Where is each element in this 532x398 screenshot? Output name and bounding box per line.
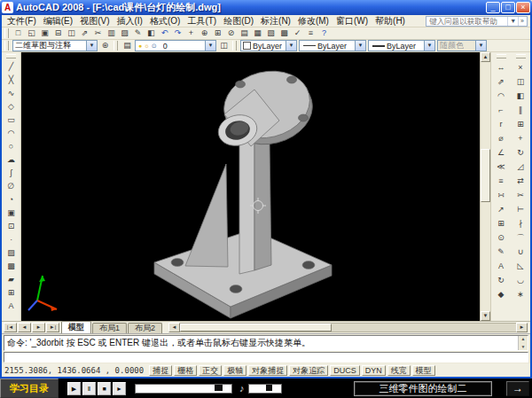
maximize-button[interactable]: □ bbox=[501, 2, 515, 13]
next-section-button[interactable]: → bbox=[506, 381, 529, 396]
tolerance-icon-button[interactable]: ⊞ bbox=[494, 216, 509, 230]
combo-arrow-icon[interactable]: ▼ bbox=[424, 41, 434, 51]
hscroll-right-button[interactable]: ► bbox=[516, 323, 528, 332]
stretch-icon-button[interactable]: ⇄ bbox=[513, 174, 528, 188]
help-search-dropdown-icon[interactable]: ▼ bbox=[507, 17, 518, 26]
combo-arrow-icon[interactable]: ▼ bbox=[86, 41, 97, 51]
erase-icon-button[interactable]: × bbox=[513, 60, 528, 74]
volume-slider[interactable] bbox=[248, 384, 282, 394]
fillet-icon-button[interactable]: ◡ bbox=[513, 273, 528, 287]
point-icon-button[interactable]: ∙ bbox=[4, 233, 19, 246]
dim-baseline-icon-button[interactable]: ≡ bbox=[494, 174, 509, 188]
snap-toggle[interactable]: 捕捉 bbox=[149, 365, 172, 376]
ducs-toggle[interactable]: DUCS bbox=[330, 365, 360, 376]
menu-insert[interactable]: 插入(I) bbox=[113, 15, 145, 27]
vscroll-down-button[interactable]: ▼ bbox=[481, 311, 490, 321]
rotate-icon-button[interactable]: ↻ bbox=[513, 145, 528, 160]
make-block-icon-button[interactable]: ⊡ bbox=[4, 220, 19, 233]
menu-view[interactable]: 视图(V) bbox=[76, 15, 113, 27]
lineweight-combo[interactable]: ByLayer ▼ bbox=[368, 40, 435, 51]
table-icon-button[interactable]: ⊞ bbox=[4, 286, 19, 300]
toolbar-grip[interactable] bbox=[497, 54, 506, 59]
menu-file[interactable]: 文件(F) bbox=[4, 15, 40, 27]
open-icon-button[interactable]: ◱ bbox=[25, 27, 38, 39]
ellipse-arc-icon-button[interactable]: ◔ bbox=[4, 193, 19, 207]
move-icon-button[interactable]: + bbox=[513, 131, 528, 145]
designcenter-icon-button[interactable]: ▦ bbox=[251, 27, 264, 39]
canvas-hscrollbar[interactable]: ◄ ► bbox=[168, 323, 528, 332]
dyn-toggle[interactable]: DYN bbox=[362, 365, 386, 376]
line-icon-button[interactable]: ╱ bbox=[4, 60, 19, 74]
vscroll-track[interactable] bbox=[481, 62, 490, 311]
scale-icon-button[interactable]: ◿ bbox=[513, 160, 528, 174]
menu-dimension[interactable]: 标注(N) bbox=[257, 15, 294, 27]
offset-icon-button[interactable]: ∥ bbox=[513, 103, 528, 117]
hscroll-thumb[interactable] bbox=[180, 324, 332, 332]
toolbar-grip[interactable] bbox=[4, 41, 9, 51]
undo-icon-button[interactable]: ↶ bbox=[158, 27, 171, 39]
tab-nav-prev-button[interactable]: ◄ bbox=[18, 323, 31, 332]
hscroll-track[interactable] bbox=[180, 323, 516, 332]
dim-style-icon-button[interactable]: ◆ bbox=[494, 287, 509, 301]
arc-icon-button[interactable]: ◠ bbox=[4, 127, 19, 140]
drawing-canvas[interactable] bbox=[21, 52, 480, 321]
layer-combo[interactable]: ●☼⊙■ 0 ▼ bbox=[135, 40, 216, 51]
toolbar-grip[interactable] bbox=[4, 28, 9, 38]
pause-button[interactable]: Ⅱ bbox=[82, 382, 96, 395]
hscroll-left-button[interactable]: ◄ bbox=[168, 323, 180, 332]
multileader-icon-button[interactable]: ↗ bbox=[494, 202, 509, 216]
dim-diameter-icon-button[interactable]: ⌀ bbox=[494, 131, 509, 145]
toolbar-grip[interactable] bbox=[232, 41, 237, 51]
dim-aligned-icon-button[interactable]: ⇗ bbox=[494, 74, 509, 89]
markup-set-manager-icon-button[interactable]: ✓ bbox=[291, 27, 304, 39]
menu-draw[interactable]: 绘图(D) bbox=[220, 15, 257, 27]
cmd-scroll-down-icon[interactable]: ▼ bbox=[521, 344, 526, 350]
layer-freeze-icon[interactable]: ☼ bbox=[144, 41, 149, 51]
construction-line-icon-button[interactable]: ╳ bbox=[4, 74, 19, 87]
lwt-toggle[interactable]: 线宽 bbox=[387, 365, 411, 376]
hatch-icon-button[interactable]: ▨ bbox=[4, 246, 19, 260]
model-toggle[interactable]: 模型 bbox=[412, 365, 435, 376]
copy-clip-icon-button[interactable]: ▥ bbox=[105, 27, 118, 39]
revision-cloud-icon-button[interactable]: ☁ bbox=[4, 153, 19, 167]
rectangle-icon-button[interactable]: ▭ bbox=[4, 113, 19, 127]
publish-icon-button[interactable]: ⇗ bbox=[78, 27, 91, 39]
pan-icon-button[interactable]: + bbox=[184, 27, 198, 39]
vscroll-thumb[interactable] bbox=[481, 149, 490, 202]
help-search-input[interactable] bbox=[427, 17, 507, 26]
explode-icon-button[interactable]: ∗ bbox=[513, 287, 528, 301]
sheet-set-manager-icon-button[interactable]: ▩ bbox=[278, 27, 291, 39]
dim-update-icon-button[interactable]: ↻ bbox=[494, 273, 509, 287]
toolbar-grip[interactable] bbox=[113, 41, 118, 51]
layer-color-chip-icon[interactable]: ■ bbox=[159, 41, 162, 51]
ellipse-icon-button[interactable]: ∅ bbox=[4, 180, 19, 193]
dim-arc-length-icon-button[interactable]: ◠ bbox=[494, 89, 509, 103]
tab-nav-next-button[interactable]: ► bbox=[32, 323, 45, 332]
match-properties-icon-button[interactable]: ✎ bbox=[131, 27, 145, 39]
paste-icon-button[interactable]: ▨ bbox=[118, 27, 131, 39]
center-mark-icon-button[interactable]: ⊙ bbox=[494, 230, 509, 245]
tab-layout2[interactable]: 布局2 bbox=[128, 323, 162, 333]
dim-quick-icon-button[interactable]: ≪ bbox=[494, 160, 509, 174]
menu-tools[interactable]: 工具(T) bbox=[184, 15, 220, 27]
command-scrollbar[interactable]: ▲ ▼ bbox=[518, 336, 528, 350]
zoom-previous-icon-button[interactable]: ⊘ bbox=[224, 27, 238, 39]
menu-window[interactable]: 窗口(W) bbox=[332, 15, 372, 27]
dim-continue-icon-button[interactable]: ∺ bbox=[494, 188, 509, 202]
dim-edit-icon-button[interactable]: ✎ bbox=[494, 245, 509, 259]
progress-thumb[interactable] bbox=[215, 385, 223, 391]
help-search-go-icon[interactable]: » bbox=[518, 17, 526, 26]
quickcalc-icon-button[interactable]: ≡ bbox=[304, 27, 317, 39]
polygon-icon-button[interactable]: ◇ bbox=[4, 100, 19, 113]
break-icon-button[interactable]: ⌒ bbox=[513, 230, 528, 245]
plot-preview-icon-button[interactable]: ◫ bbox=[65, 27, 78, 39]
region-icon-button[interactable]: ▰ bbox=[4, 273, 19, 286]
progress-slider[interactable] bbox=[135, 384, 232, 394]
grid-toggle[interactable]: 栅格 bbox=[174, 365, 197, 376]
command-input[interactable] bbox=[4, 352, 528, 363]
plot-icon-button[interactable]: ⊟ bbox=[51, 27, 65, 39]
mtext-icon-button[interactable]: A bbox=[4, 300, 19, 313]
cmd-scroll-up-icon[interactable]: ▲ bbox=[521, 336, 526, 342]
command-history[interactable]: 命令: '_3dorbit 按 ESC 或 ENTER 键退出，或者单击鼠标右键… bbox=[4, 335, 528, 351]
color-combo[interactable]: ByLayer ▼ bbox=[240, 40, 297, 51]
